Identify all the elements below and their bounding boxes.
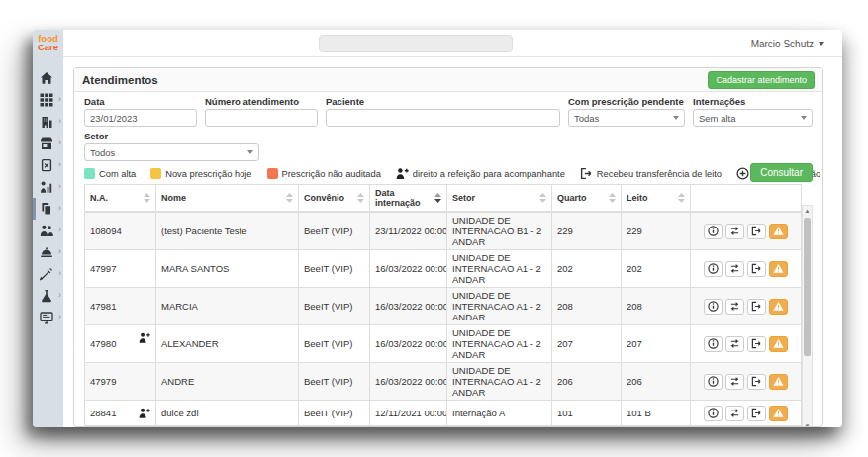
- sign-out-button[interactable]: [747, 374, 766, 390]
- cell-convenio: BeeIT (VIP): [299, 288, 370, 325]
- sign-out-button[interactable]: [747, 299, 766, 315]
- column-label: Convênio: [304, 193, 344, 203]
- prescricao-pendente-select[interactable]: Todas: [568, 109, 685, 127]
- transfer-button[interactable]: [725, 224, 744, 239]
- scrollbar-down-arrow[interactable]: ▼: [803, 421, 812, 427]
- transfer-button[interactable]: [725, 336, 744, 352]
- data-label: Data: [84, 96, 197, 107]
- column-header-quarto[interactable]: Quarto: [552, 185, 622, 213]
- chevron-right-icon: ›: [58, 203, 61, 213]
- column-header-leito[interactable]: Leito: [622, 185, 691, 213]
- grid-icon: [40, 93, 53, 107]
- cell-actions: [691, 288, 802, 325]
- alert-button[interactable]: [769, 336, 788, 352]
- info-button[interactable]: [704, 336, 723, 352]
- topbar: Marcio Schutz: [63, 30, 842, 57]
- sidebar-item-lab[interactable]: ›: [33, 285, 63, 307]
- column-header-conv-nio[interactable]: Convênio: [299, 185, 370, 213]
- column-label: N.A.: [90, 193, 108, 203]
- cell-actions: [691, 363, 802, 401]
- sidebar-item-modules[interactable]: ›: [33, 89, 63, 111]
- column-header-n-a-[interactable]: N.A.: [85, 185, 156, 213]
- column-label: Quarto: [557, 193, 587, 203]
- column-header-nome[interactable]: Nome: [156, 185, 299, 213]
- cell-setor: UNIDADE DE INTERNACAO A1 - 2 ANDAR: [447, 363, 552, 401]
- transfer-button[interactable]: [725, 406, 744, 421]
- chevron-right-icon: ›: [58, 268, 61, 278]
- sidebar-item-kitchen[interactable]: ›: [33, 133, 63, 154]
- setor-value: Todos: [90, 147, 115, 158]
- table-scrollbar[interactable]: ▲ ▼: [802, 205, 813, 427]
- cell-nome: ALEXANDER: [156, 325, 299, 363]
- cell-leito: 229: [622, 212, 691, 250]
- cell-nome: ANDRE: [156, 363, 299, 401]
- info-button[interactable]: [704, 374, 723, 390]
- sidebar-item-workstation[interactable]: ›: [33, 307, 63, 328]
- prescricao-pendente-label: Com prescrição pendente: [568, 96, 685, 107]
- column-header-data-interna-o[interactable]: Data internação: [370, 185, 447, 213]
- cell-data: 16/03/2022 00:00: [370, 250, 447, 288]
- numero-atendimento-input[interactable]: [205, 109, 318, 127]
- cell-quarto: 385: [552, 426, 622, 428]
- sign-out-button[interactable]: [747, 224, 766, 239]
- legend-swatch: [84, 168, 95, 179]
- legend-item: Nova prescrição hoje: [150, 168, 251, 179]
- sign-out-button[interactable]: [747, 336, 766, 352]
- legend-label: Recebeu transferência de leito: [597, 169, 722, 179]
- alert-button[interactable]: [769, 374, 788, 390]
- info-button[interactable]: [704, 224, 723, 239]
- filter-row-2: Setor Todos: [84, 131, 813, 161]
- sort-icon: [676, 193, 685, 203]
- cell-convenio: BeeIT (VIP): [299, 363, 370, 401]
- sidebar-item-atendimentos[interactable]: ›: [33, 198, 63, 220]
- setor-select[interactable]: Todos: [84, 143, 259, 161]
- info-button[interactable]: [704, 406, 723, 421]
- sidebar-item-meals[interactable]: ›: [33, 241, 63, 263]
- legend-item: Com alta: [84, 168, 136, 179]
- syringe-icon: [40, 267, 53, 281]
- cell-data: 25/08/2021 00:00: [370, 426, 447, 428]
- hospital-icon: [40, 115, 53, 129]
- sidebar-item-patients[interactable]: ›: [33, 220, 63, 241]
- alert-button[interactable]: [769, 299, 788, 315]
- sign-out-icon: [580, 167, 593, 180]
- documents-icon: [40, 202, 53, 216]
- sidebar-item-reports[interactable]: ›: [33, 176, 63, 198]
- column-header-setor[interactable]: Setor: [447, 185, 552, 213]
- transfer-button[interactable]: [725, 299, 744, 315]
- chevron-right-icon: ›: [58, 116, 61, 126]
- sign-out-button[interactable]: [747, 406, 766, 421]
- legend-swatch: [150, 168, 161, 179]
- info-button[interactable]: [704, 261, 723, 277]
- sidebar-item-nursing[interactable]: ›: [33, 263, 63, 285]
- sort-icon: [537, 193, 546, 203]
- column-label: Nome: [161, 193, 186, 203]
- scrollbar-thumb[interactable]: [804, 218, 811, 356]
- transfer-button[interactable]: [725, 374, 744, 390]
- alert-button[interactable]: [769, 224, 788, 239]
- sidebar-item-home[interactable]: [33, 67, 63, 89]
- scrollbar-up-arrow[interactable]: ▲: [803, 206, 812, 216]
- internacoes-select[interactable]: Sem alta: [693, 109, 813, 127]
- sidebar-item-prescriptions[interactable]: ›: [33, 154, 63, 176]
- monitor-icon: [40, 311, 53, 324]
- cell-na: 108094: [85, 212, 156, 250]
- consultar-button[interactable]: Consultar: [750, 163, 813, 182]
- cadastrar-atendimento-button[interactable]: Cadastrar atendimento: [708, 71, 815, 89]
- card-header: Atendimentos Cadastrar atendimento: [74, 68, 822, 92]
- sidebar-item-hospital[interactable]: ›: [33, 111, 63, 133]
- transfer-button[interactable]: [725, 261, 744, 277]
- alert-button[interactable]: [769, 261, 788, 277]
- cell-quarto: 206: [552, 363, 622, 401]
- data-input[interactable]: [84, 109, 197, 127]
- cell-na: 51: [85, 426, 156, 428]
- app-logo[interactable]: food Care: [33, 30, 63, 65]
- column-label: Data internação: [375, 188, 433, 208]
- user-menu[interactable]: Marcio Schutz: [751, 30, 824, 57]
- paciente-input[interactable]: [326, 109, 560, 127]
- sign-out-button[interactable]: [747, 261, 766, 277]
- topbar-search-input[interactable]: [319, 35, 513, 52]
- info-button[interactable]: [704, 299, 723, 315]
- person-chart-icon: [40, 180, 53, 194]
- alert-button[interactable]: [769, 406, 788, 421]
